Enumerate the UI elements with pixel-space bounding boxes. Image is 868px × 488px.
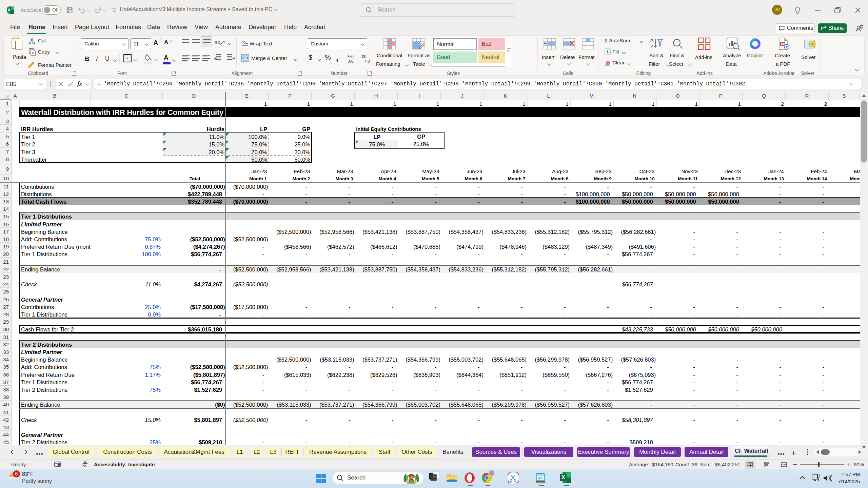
svg-text:.00: .00: [361, 54, 367, 59]
svg-text:A: A: [650, 38, 654, 43]
svg-text:.00: .00: [348, 59, 354, 64]
svg-text:ab: ab: [241, 40, 245, 44]
svg-text:0: 0: [351, 54, 354, 59]
svg-text:Z: Z: [650, 44, 653, 49]
svg-text:0: 0: [368, 59, 370, 64]
